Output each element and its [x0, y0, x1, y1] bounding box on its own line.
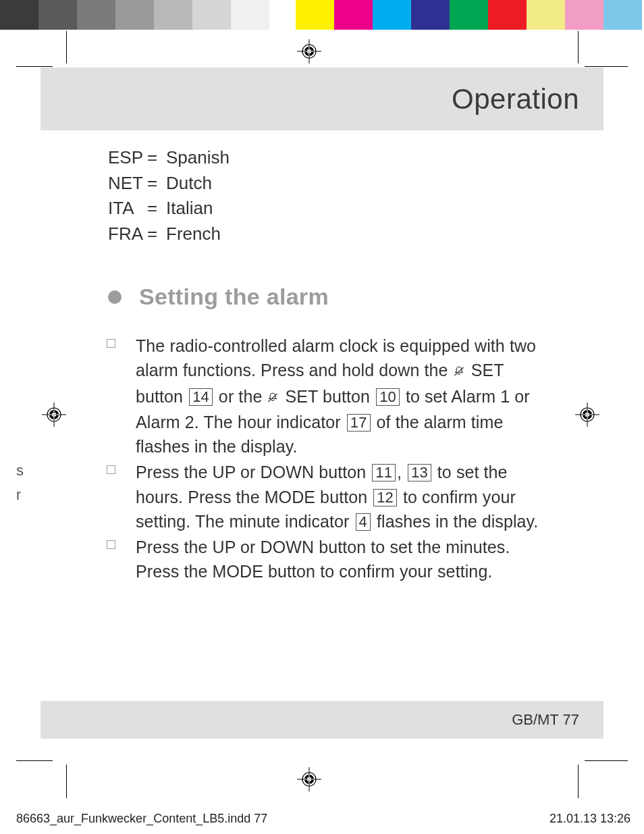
- lang-code: ESP: [108, 145, 147, 171]
- stray-text: s: [16, 462, 24, 479]
- list-item: Press the UP or DOWN button to set the m…: [107, 535, 545, 584]
- lang-code: FRA: [108, 221, 147, 247]
- crop-mark: [66, 764, 67, 798]
- lang-row: FRA = French: [108, 221, 230, 247]
- slug-file: 86663_aur_Funkwecker_Content_LB5.indd 77: [16, 812, 267, 826]
- bell-icon: [453, 359, 465, 384]
- ref-box: 4: [356, 513, 371, 531]
- list-item-body: The radio-controlled alarm clock is equi…: [136, 334, 545, 459]
- bell-icon: [267, 386, 279, 410]
- ref-box: 12: [373, 489, 397, 506]
- checkbox-bullet-icon: [107, 339, 115, 348]
- ref-box: 17: [347, 414, 371, 432]
- registration-mark-icon: [575, 402, 599, 427]
- page-title: Operation: [452, 83, 579, 115]
- ref-box: 11: [372, 464, 396, 481]
- registration-mark-icon: [42, 402, 66, 427]
- ref-box: 10: [376, 388, 400, 406]
- lang-eq: =: [147, 145, 166, 171]
- footer-region-page: GB/MT 77: [512, 711, 579, 729]
- lang-eq: =: [147, 221, 166, 247]
- lang-name: Dutch: [166, 171, 212, 197]
- registration-mark-icon: [297, 39, 321, 63]
- crop-mark: [66, 31, 67, 63]
- registration-mark-icon: [297, 767, 321, 791]
- crop-mark: [16, 760, 53, 761]
- section-heading: Setting the alarm: [108, 284, 540, 310]
- lang-row: NET = Dutch: [108, 171, 230, 197]
- crop-mark: [16, 66, 53, 67]
- crop-mark: [585, 66, 628, 67]
- lang-name: French: [166, 221, 221, 247]
- header-band: Operation: [41, 68, 603, 130]
- crop-mark: [585, 760, 628, 761]
- list-item: Press the UP or DOWN button 11, 13 to se…: [107, 460, 545, 533]
- color-calibration-strip: [0, 0, 644, 30]
- lang-eq: =: [147, 171, 166, 197]
- ref-box: 13: [408, 464, 431, 481]
- footer-band: GB/MT 77: [41, 701, 603, 739]
- crop-mark: [578, 764, 579, 798]
- stray-text: r: [16, 486, 21, 504]
- lang-eq: =: [147, 196, 166, 221]
- lang-code: ITA: [108, 196, 147, 221]
- checkbox-bullet-icon: [107, 465, 115, 474]
- slug-datetime: 21.01.13 13:26: [549, 812, 630, 826]
- lang-row: ESP = Spanish: [108, 145, 230, 171]
- lang-name: Spanish: [166, 145, 230, 171]
- instruction-list: The radio-controlled alarm clock is equi…: [107, 334, 545, 585]
- bullet-disc-icon: [108, 290, 122, 304]
- list-item-body: Press the UP or DOWN button to set the m…: [136, 535, 545, 584]
- crop-mark: [578, 31, 579, 63]
- language-list: ESP = Spanish NET = Dutch ITA = Italian …: [108, 145, 230, 247]
- indesign-slug: 86663_aur_Funkwecker_Content_LB5.indd 77…: [16, 812, 630, 826]
- lang-name: Italian: [166, 196, 213, 221]
- lang-code: NET: [108, 171, 147, 197]
- list-item-body: Press the UP or DOWN button 11, 13 to se…: [136, 460, 545, 533]
- lang-row: ITA = Italian: [108, 196, 230, 221]
- section-title: Setting the alarm: [139, 284, 329, 310]
- list-item: The radio-controlled alarm clock is equi…: [107, 334, 545, 459]
- ref-box: 14: [189, 388, 213, 406]
- checkbox-bullet-icon: [107, 540, 115, 549]
